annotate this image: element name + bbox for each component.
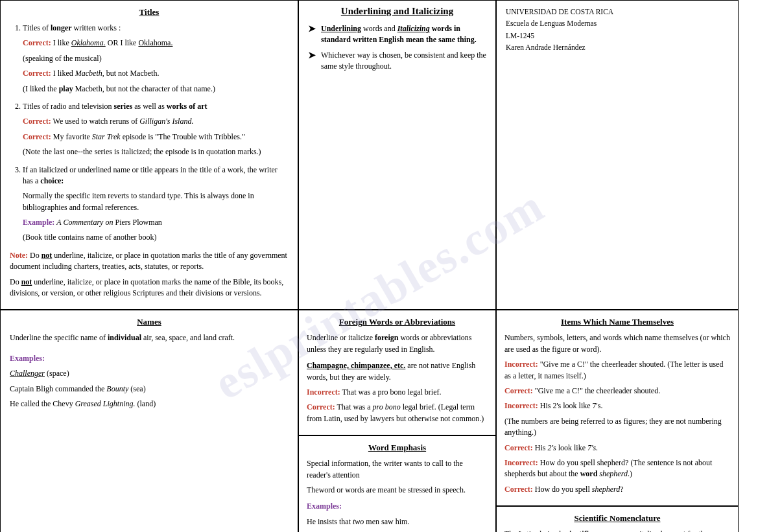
ni-inc2-label: Incorrect: — [504, 401, 538, 410]
c1a-italic: Oklahoma. — [71, 38, 106, 47]
names-heading: Names — [10, 317, 289, 327]
foreign-section: Foreign Words or Abbreviations Underline… — [298, 310, 496, 435]
c2a-text: We used to watch reruns of — [51, 117, 139, 126]
sci-bold: scientific names — [563, 529, 615, 532]
c2a-italic: Gilligan's Island. — [139, 117, 193, 126]
names-ex1-post: (space) — [45, 369, 69, 378]
titles-item-1-text: Titles of longer written works : — [23, 23, 289, 34]
foreign-incorrect: Incorrect: That was a pro bono legal bri… — [307, 387, 488, 398]
correct1b-label: Correct: — [23, 69, 51, 78]
correct1b-paren: (I liked the play Macbeth, but not the c… — [23, 84, 289, 95]
course-code: LM-1245 — [506, 30, 729, 41]
professor-name: Karen Andrade Hernández — [506, 41, 729, 53]
ti3-text: If an italicized or underlined name or t… — [23, 165, 289, 187]
we-ex1-post: men saw him. — [364, 517, 409, 526]
names-post: air, sea, space, and land craft. — [141, 333, 235, 342]
ti1-bold: longer — [51, 23, 72, 32]
ni-inc3-italic: shepherd — [599, 469, 628, 478]
main-title: Underlining and Italicizing — [308, 6, 486, 17]
names-ex1: Challenger (space) — [10, 368, 289, 379]
note2-pre: Do — [10, 277, 21, 286]
ni-inc3-end: .) — [628, 469, 632, 478]
correct1a-line: Correct: I like Oklahoma. OR I like Okla… — [23, 38, 289, 49]
sci-bold2: except — [665, 529, 686, 532]
ti3-ex-text: Piers Plowman — [115, 218, 161, 227]
correct2b-label: Correct: — [23, 132, 51, 141]
c1b-paren-pre: (I liked the — [23, 84, 59, 93]
we-examples-label: Examples: — [307, 501, 488, 512]
sci-intro: The Latin-derived scientific names are c… — [504, 529, 730, 532]
scientific-section: Scientific Nomenclature The Latin-derive… — [496, 506, 739, 532]
note-line: Note: Do not underline, italicize, or pl… — [10, 250, 289, 273]
arrow-item-1: ➤ Underlining words and Italicizing word… — [308, 23, 486, 46]
ni-correct3: Correct: How do you spell shepherd? — [504, 484, 730, 495]
ni-inc3-label: Incorrect: — [504, 458, 538, 467]
page-wrapper: Titles Titles of longer written works : … — [0, 0, 758, 532]
foreign-intro: Underline or italicize foreign words or … — [307, 332, 488, 355]
correct1a-paren: (speaking of the musical) — [23, 53, 289, 64]
names-ex3-post: (land) — [136, 399, 156, 408]
titles-list: Titles of longer written works : Correct… — [23, 23, 289, 244]
names-itself-section: Items Which Name Themselves Numbers, sym… — [496, 310, 739, 506]
school-name: Escuela de Lenguas Modernas — [506, 17, 729, 29]
c1b-italic: Macbeth, — [75, 69, 104, 78]
titles-item-2: Titles of radio and television series as… — [23, 101, 289, 158]
fw-incorrect-text: That was a pro bono legal brief. — [340, 387, 442, 397]
names-ex3-pre: He called the Chevy — [10, 399, 75, 408]
arrow2-text: Whichever way is chosen, be consistent a… — [321, 50, 486, 73]
c2b-pre: My favorite — [51, 132, 92, 141]
ti2-bold2: works of art — [167, 102, 207, 111]
note2-bold: not — [21, 277, 32, 286]
ni-cor3-pre: How do you spell — [533, 485, 592, 494]
ni-inc2-pre: His 2's look like 7's. — [538, 401, 603, 410]
fw-incorrect-label: Incorrect: — [307, 387, 340, 397]
note-pre: Do — [28, 251, 41, 260]
correct2a-label: Correct: — [23, 117, 51, 126]
ti1-pre: Titles of — [23, 23, 51, 32]
foreign-correct: Correct: That was a pro bono legal brief… — [307, 402, 488, 424]
c1b-paren-post: Macbeth, but not the character of that n… — [73, 84, 215, 93]
names-ex2: Captain Bligh commanded the Bounty (sea) — [10, 384, 289, 395]
ti3-example-paren: (Book title contains name of another boo… — [23, 232, 289, 243]
titles-item-3: If an italicized or underlined name or t… — [23, 165, 289, 244]
ti3-example: Example: A Commentary on Piers Plowman — [23, 217, 289, 228]
mid-main: Foreign Words or Abbreviations Underline… — [298, 310, 496, 532]
ni-inc1-label: Incorrect: — [504, 360, 538, 369]
ti2-pre: Titles of radio and television — [23, 102, 114, 111]
titles-top-section: Titles Titles of longer written works : … — [0, 0, 298, 310]
ni-correct2: Correct: His 2's look like 7's. — [504, 443, 730, 454]
correct2b-note: (Note the last one--the series is italic… — [23, 146, 289, 157]
we-ex-label: Examples: — [307, 502, 342, 511]
note-bold1: not — [41, 251, 53, 260]
ni-incorrect1: Incorrect: "Give me a C!" the cheerleade… — [504, 359, 730, 382]
ni-cor2-italic2: 7's. — [587, 443, 598, 452]
we-intro: Special information, the writer wants to… — [307, 458, 488, 481]
ti1-cont: written works : — [72, 23, 121, 32]
note-label: Note: — [10, 251, 28, 260]
correct1b-line: Correct: I liked Macbeth, but not Macbet… — [23, 68, 289, 79]
c1a-mid: OR I like — [106, 38, 139, 47]
ti3-example-label: Example: — [23, 218, 54, 227]
c1a-underline: Oklahoma. — [138, 38, 172, 47]
titles-item-1: Titles of longer written works : Correct… — [23, 23, 289, 95]
names-ex3: He called the Chevy Greased Lightning. (… — [10, 399, 289, 410]
champ-bold: Champagne, chimpanzee, etc. — [307, 361, 405, 370]
names-ex1-underline: Challenger — [10, 369, 45, 378]
ti2-bold1: series — [114, 102, 133, 111]
u-word: Underlining — [321, 24, 361, 33]
c1b-pre: I liked — [51, 69, 75, 78]
ni-heading: Items Which Name Themselves — [504, 317, 730, 327]
right-main: Items Which Name Themselves Numbers, sym… — [496, 310, 739, 532]
note-post: underline, italicize, or place in quotat… — [10, 251, 287, 271]
c1b-post: but not Macbeth. — [104, 69, 160, 78]
ti3-detail: Normally the specific item reverts to st… — [23, 191, 289, 213]
correct2b-line: Correct: My favorite Star Trek episode i… — [23, 132, 289, 143]
ni-cor2-label: Correct: — [504, 443, 533, 452]
ni-inc3-bold: word — [580, 469, 598, 478]
names-intro: Underline the specific name of individua… — [10, 332, 289, 343]
sci-heading: Scientific Nomenclature — [504, 513, 730, 524]
fw-correct-pre: That was a — [335, 402, 373, 411]
foreign-heading: Foreign Words or Abbreviations — [307, 317, 488, 327]
names-ex2-pre: Captain Bligh commanded the — [10, 384, 106, 393]
arrow-symbol-1: ➤ — [308, 23, 316, 36]
